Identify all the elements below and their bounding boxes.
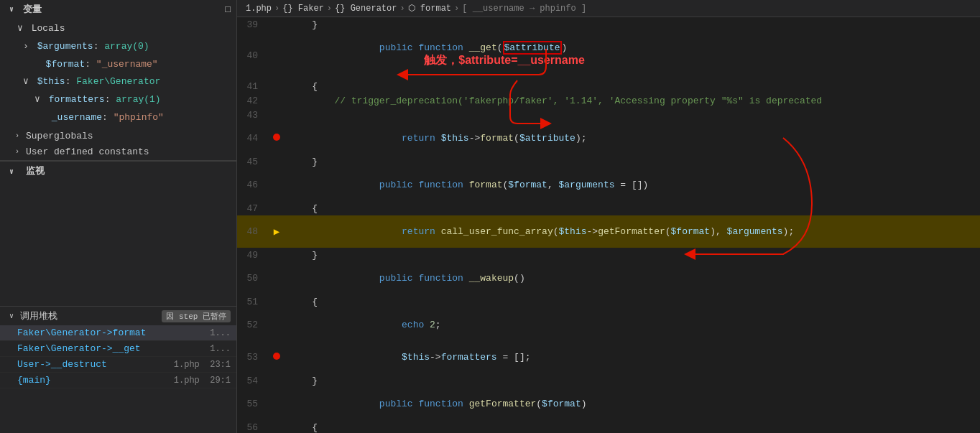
table-row: 54 } [237,373,980,388]
line-num: 39 [237,17,269,32]
gutter [269,420,284,433]
gutter [269,93,284,108]
gutter-bp-53 [269,341,284,373]
gutter-bp-44 [269,122,284,154]
var-formatters[interactable]: ∨ formatters: array(1) [0,91,236,109]
var-username[interactable]: _username: "phpinfo" [0,109,236,127]
line-num: 50 [237,262,269,294]
bc-sep-2: › [327,4,332,14]
code-cell: } [284,373,980,388]
code-table: 39 } 40 public function __get($attribute… [237,17,980,433]
table-row: 52 echo 2; [237,309,980,341]
table-row: 47 { [237,201,980,215]
superglobals-chevron-icon: › [11,131,23,142]
callstack-item-2[interactable]: User->__destruct 1.php 23:1 [0,357,236,373]
line-num: 48 [237,215,269,248]
cs-file-0: 1... [210,328,231,338]
debug-arrow-icon: ▶ [274,226,279,238]
variables-header[interactable]: ∨ 变量 □ [0,0,236,19]
code-cell: $this->formatters = []; [284,341,980,373]
code-cell: { [284,201,980,215]
line-num: 45 [237,154,269,169]
callstack-item-1[interactable]: Faker\Generator->__get 1... [0,341,236,357]
code-cell: } [284,248,980,262]
var-arguments[interactable]: › $arguments: array(0) [0,38,236,56]
pin-icon: □ [225,4,231,15]
code-cell: public function __wakeup() [284,262,980,294]
gutter-arrow-48: ▶ [269,215,284,248]
cs-file-3: 1.php 29:1 [174,376,231,386]
callstack-list: Faker\Generator->format 1... Faker\Gener… [0,325,236,433]
gutter [269,388,284,420]
code-cell: return $this->format($attribute); [284,122,980,154]
cs-fn-3: {main} [17,375,51,386]
breadcrumb-file: 1.php [246,4,272,14]
line-num: 52 [237,309,269,341]
code-cell: public function __get($attribute) 触发，$at… [284,32,980,79]
table-row: 55 public function getFormatter($format) [237,388,980,420]
code-cell: { [284,420,980,433]
line-num: 49 [237,248,269,262]
gutter [269,17,284,32]
gutter [269,309,284,341]
var-tree: ∨ Locals › $arguments: array(0) $format:… [0,19,236,129]
table-row: 51 { [237,294,980,309]
breadcrumb-faker: {} Faker [282,4,324,14]
line-num: 44 [237,122,269,154]
code-cell: return call_user_func_array($this->getFo… [284,215,980,248]
code-cell: public function getFormatter($format) [284,388,980,420]
monitor-section[interactable]: ∨ 监视 [0,161,236,180]
gutter [269,108,284,122]
line-num: 53 [237,341,269,373]
breadcrumb: 1.php › {} Faker › {} Generator › ⬡ form… [237,0,980,17]
breakpoint-icon [273,353,280,360]
user-constants-row[interactable]: › User defined constants [0,144,236,160]
line-num: 41 [237,79,269,93]
callstack-header-left: ∨ 调用堆栈 [6,309,57,322]
left-panel: ∨ 变量 □ ∨ Locals › $arguments: array(0) $… [0,0,237,433]
table-row: 49 } [237,248,980,262]
locals-header[interactable]: ∨ Locals [0,20,236,38]
table-row: 41 { [237,79,980,93]
gutter [269,294,284,309]
breakpoint-icon [273,134,280,141]
bc-sep-1: › [274,4,279,14]
variables-chevron-icon: ∨ [6,4,17,15]
variables-section: ∨ 变量 □ ∨ Locals › $arguments: array(0) $… [0,0,236,161]
line-num: 43 [237,108,269,122]
gutter [269,32,284,79]
callstack-item-0[interactable]: Faker\Generator->format 1... [0,325,236,341]
table-row: 45 } [237,154,980,169]
code-cell: public function format($format, $argumen… [284,169,980,201]
callstack-item-3[interactable]: {main} 1.php 29:1 [0,373,236,388]
right-panel: 1.php › {} Faker › {} Generator › ⬡ form… [237,0,980,433]
cs-fn-0: Faker\Generator->format [17,327,146,338]
gutter [269,262,284,294]
table-row: 46 public function format($format, $argu… [237,169,980,201]
superglobals-row[interactable]: › Superglobals [0,129,236,144]
code-area: 39 } 40 public function __get($attribute… [237,17,980,433]
table-row-highlighted: 48 ▶ return call_user_func_array($this->… [237,215,980,248]
line-num: 55 [237,388,269,420]
table-row: 50 public function __wakeup() [237,262,980,294]
annotation-trigger: 触发，$attribute=__username [424,54,585,66]
var-this[interactable]: ∨ $this: Faker\Generator [0,73,236,91]
code-cell: } [284,17,980,32]
table-row: 39 } [237,17,980,32]
var-format[interactable]: $format: "_username" [0,56,236,74]
user-constants-chevron-icon: › [11,146,23,158]
table-row: 44 return $this->format($attribute); [237,122,980,154]
table-row: 42 // trigger_deprecation('fakerphp/fake… [237,93,980,108]
gutter [269,154,284,169]
line-num: 56 [237,420,269,433]
monitor-chevron-icon: ∨ [6,166,17,177]
code-cell: { [284,294,980,309]
line-num: 51 [237,294,269,309]
callstack-chevron-icon: ∨ [6,310,17,322]
bc-sep-4: › [454,4,459,14]
cs-fn-1: Faker\Generator->__get [17,343,141,354]
code-cell: } [284,154,980,169]
code-wrapper: 39 } 40 public function __get($attribute… [237,17,980,433]
line-num: 47 [237,201,269,215]
variables-label: 变量 [23,3,42,16]
